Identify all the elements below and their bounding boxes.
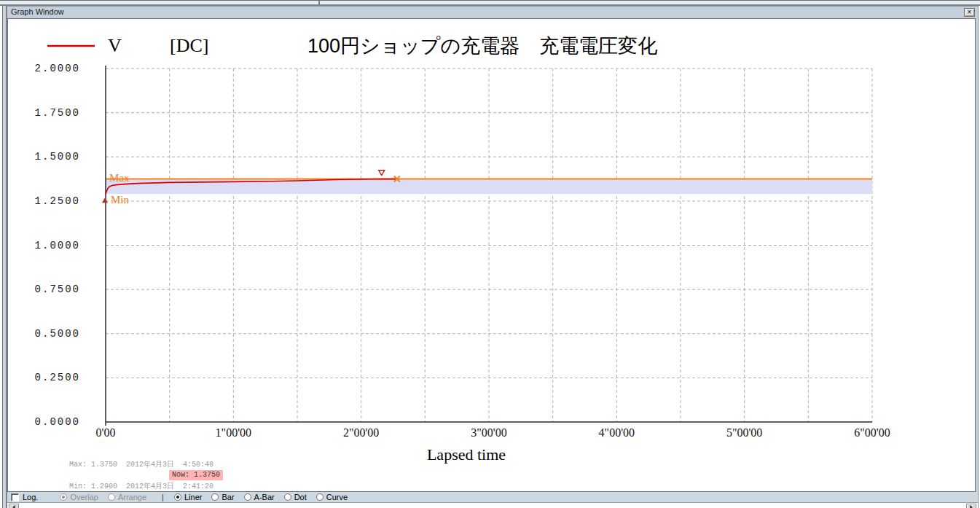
- y-tick-label: 2.0000: [35, 63, 80, 74]
- y-tick-label: 0.0000: [35, 416, 80, 428]
- radio-dot[interactable]: Dot: [284, 493, 307, 501]
- stat-min-value: 1.2900: [91, 482, 117, 491]
- y-tick-label: 0.7500: [35, 284, 80, 295]
- radio-button-icon: [60, 493, 67, 501]
- radio-button-icon: [174, 493, 181, 501]
- scroll-right-icon: [970, 505, 973, 508]
- parent-window-left-edge: [0, 6, 7, 508]
- toolbar-separator: |: [162, 493, 164, 501]
- radio-label: Bar: [222, 493, 234, 501]
- radio-button-icon: [108, 493, 115, 501]
- radio-label: Liner: [184, 493, 202, 501]
- radio-overlap: Overlap: [60, 493, 98, 501]
- parent-panel-divider: [318, 1, 320, 4]
- x-axis-title: Lapsed time: [427, 445, 506, 464]
- now-label: Now:: [172, 471, 189, 479]
- radio-label: Curve: [326, 493, 348, 501]
- now-value: 1.3750: [194, 471, 220, 479]
- x-tick-label: 3"00'00: [471, 426, 506, 439]
- y-tick-label: 1.5000: [35, 151, 80, 163]
- x-tick-label: 2"00'00: [343, 426, 379, 439]
- horizontal-scrollbar[interactable]: [7, 502, 978, 508]
- x-tick-label: 1"00'00: [216, 426, 251, 439]
- y-tick-label: 1.0000: [35, 240, 80, 251]
- stat-min-label: Min:: [69, 482, 87, 491]
- legend-unit-label: [DC]: [170, 35, 208, 56]
- min-annotation-label: Min: [111, 194, 130, 206]
- close-button[interactable]: ×: [964, 8, 975, 17]
- stat-min-row: Min:1.29002012年4月3日 2:41:20: [69, 483, 213, 491]
- parent-window-edge: [0, 0, 980, 6]
- radio-a-bar[interactable]: A-Bar: [244, 493, 275, 501]
- chart-title: 100円ショップの充電器 充電電圧変化: [307, 35, 657, 57]
- window-title: Graph Window: [11, 7, 64, 16]
- radio-button-icon: [244, 493, 251, 501]
- radio-liner[interactable]: Liner: [174, 493, 202, 501]
- legend-series-label: V: [108, 35, 122, 56]
- radio-curve[interactable]: Curve: [316, 493, 348, 501]
- graph-toolbar: Log. OverlapArrange | LinerBarA-BarDotCu…: [7, 492, 978, 502]
- stat-max-value: 1.3750: [91, 461, 117, 469]
- radio-button-icon: [316, 493, 324, 501]
- radio-label: Arrange: [118, 493, 146, 501]
- y-tick-label: 1.7500: [35, 107, 80, 119]
- radio-label: Overlap: [70, 493, 98, 501]
- chart-panel: 2.00001.75001.50001.25001.00000.75000.50…: [7, 18, 976, 492]
- x-tick-label: 0'00: [96, 426, 116, 439]
- min-marker: [102, 198, 108, 203]
- stat-max-datetime: 2012年4月3日 4:50:48: [126, 461, 213, 469]
- graph-window: Graph Window × 2.00001.75001.50001.25001…: [7, 6, 979, 508]
- max-marker: [379, 171, 385, 176]
- radio-button-icon: [211, 493, 219, 501]
- scroll-left-icon: [12, 505, 15, 508]
- voltage-chart: 2.00001.75001.50001.25001.00000.75000.50…: [8, 19, 975, 491]
- log-checkbox-label: Log.: [23, 493, 38, 501]
- radio-button-icon: [284, 493, 291, 501]
- layout-radio-group: OverlapArrange: [60, 493, 156, 502]
- radio-bar[interactable]: Bar: [211, 493, 234, 501]
- stat-min-datetime: 2012年4月3日 2:41:20: [126, 482, 213, 491]
- log-checkbox[interactable]: [11, 493, 19, 501]
- scroll-left-button[interactable]: [9, 504, 19, 508]
- y-tick-label: 0.5000: [35, 328, 80, 340]
- window-titlebar[interactable]: Graph Window ×: [7, 7, 978, 18]
- y-tick-label: 1.2500: [35, 195, 80, 207]
- stat-max-row: Max:1.37502012年4月3日 4:50:48: [69, 461, 213, 469]
- max-annotation-label: Max: [109, 172, 130, 184]
- radio-arrange: Arrange: [108, 493, 146, 501]
- x-tick-label: 6"00'00: [854, 426, 890, 439]
- y-tick-label: 0.2500: [35, 372, 80, 383]
- style-radio-group: LinerBarA-BarDotCurve: [174, 493, 357, 502]
- scroll-right-button[interactable]: [966, 504, 976, 508]
- x-tick-label: 4"00'00: [599, 426, 635, 439]
- x-tick-label: 5"00'00: [726, 426, 762, 439]
- now-value-badge: Now:1.3750: [169, 470, 223, 480]
- stat-max-label: Max:: [69, 461, 87, 469]
- radio-label: A-Bar: [254, 493, 275, 501]
- minmax-band: [106, 179, 872, 195]
- radio-label: Dot: [294, 493, 307, 501]
